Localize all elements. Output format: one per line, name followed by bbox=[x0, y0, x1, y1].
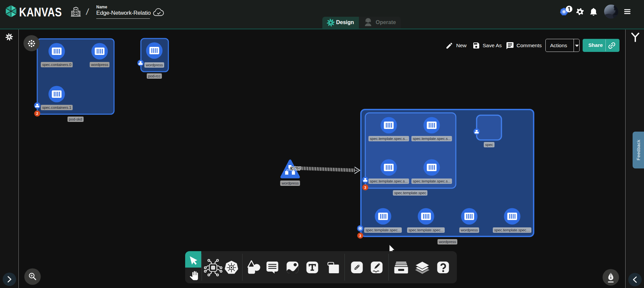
svg-text:3: 3 bbox=[364, 186, 366, 190]
svg-text:2: 2 bbox=[36, 112, 38, 116]
